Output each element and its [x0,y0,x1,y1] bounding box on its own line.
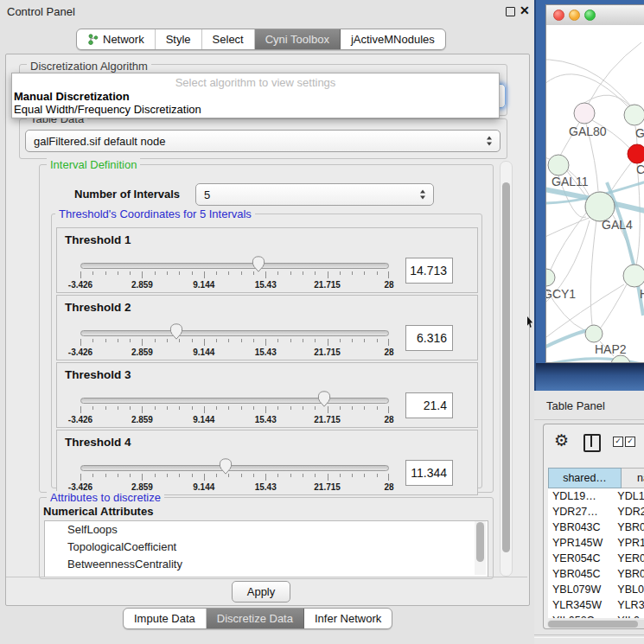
tick-label: 28 [384,415,393,424]
tick-label: -3.426 [68,280,92,290]
tick-label: 15.43 [255,280,277,290]
interval-definition-group: Interval Definition Number of Intervals … [39,164,494,493]
tick-label: 15.43 [255,415,277,424]
close-traffic-icon[interactable] [553,10,564,21]
table-panel-title: Table Panel [546,399,605,412]
tick-label: 21.715 [314,280,341,290]
column-header-name[interactable]: na [622,468,644,488]
threshold-value-field[interactable]: 11.344 [405,460,453,486]
tab-label: Discretize Data [217,612,293,625]
numerical-attributes-list[interactable]: SelfLoopsTopologicalCoefficientBetweenne… [44,520,488,577]
table-row[interactable]: YDR27…YDR2 [548,504,644,520]
apply-button[interactable]: Apply [232,581,290,603]
tab-infer-network[interactable]: Infer Network [304,609,392,628]
zoom-traffic-icon[interactable] [584,10,596,21]
threshold-value-field[interactable]: 6.316 [405,325,453,351]
tick-label: 2.859 [131,348,153,357]
group-label: Interval Definition [47,158,140,171]
popup-hint: Select algorithm to view settings [12,76,499,89]
tick-label: 28 [384,482,393,492]
list-item[interactable]: SelfLoops [45,521,488,539]
threshold-slider[interactable]: -3.4262.8599.14415.4321.71528 [80,330,389,358]
table-data-group: Table Data galFiltered.sif default node [19,118,507,159]
slider-thumb[interactable] [317,391,331,407]
tab-label: jActiveMNodules [351,33,435,46]
tab-label: Style [166,33,191,46]
tab-jactivemnodules[interactable]: jActiveMNodules [341,29,445,49]
table-row[interactable]: YBR043CYBR0 [548,520,644,535]
table-row[interactable]: YDL19…YDL1 [548,488,644,504]
scrollbar-thumb[interactable] [502,182,510,552]
tab-select[interactable]: Select [202,29,255,49]
slider-tick-labels: -3.4262.8599.14415.4321.71528 [80,280,389,290]
table-row[interactable]: YER054CYER0 [548,551,644,566]
column-header-shared-name[interactable]: shared… [548,468,622,488]
threshold-slider[interactable]: -3.4262.8599.14415.4321.71528 [80,263,389,290]
slider-track[interactable] [80,465,389,471]
threshold-value-field[interactable]: 21.4 [405,392,453,418]
tab-style[interactable]: Style [156,29,202,49]
slider-track[interactable] [80,263,389,269]
float-window-icon[interactable] [506,7,515,16]
network-canvas[interactable]: GAL80GCGAL11GAL4GCY1HHAP2 [546,25,644,362]
tab-impute-data[interactable]: Impute Data [124,609,207,628]
threshold-4-panel: Threshold 4 -3.4262.8599.14415.4321.7152… [56,430,478,495]
tab-label: Impute Data [134,612,195,625]
threshold-slider[interactable]: -3.4262.8599.14415.4321.71528 [80,398,389,425]
threshold-slider[interactable]: -3.4262.8599.14415.4321.71528 [80,465,389,493]
network-window-titlebar[interactable] [546,5,644,26]
table-row[interactable]: YIL052CYIL0 [548,613,644,618]
slider-track[interactable] [80,330,389,336]
table-hscrollbar[interactable] [547,620,644,628]
panel-scrollbar[interactable] [500,161,513,577]
number-of-intervals-value: 5 [204,188,210,201]
slider-tick-labels: -3.4262.8599.14415.4321.71528 [80,348,389,358]
table-data-combobox[interactable]: galFiltered.sif default node [25,130,501,152]
close-icon[interactable]: ✕ [520,3,530,17]
tick-label: 21.715 [314,348,341,357]
checkbox-icon[interactable]: ✓ [613,437,623,447]
table-row[interactable]: YLR345WYLR3 [548,597,644,613]
group-label: Attributes to discretize [47,491,164,504]
tick-label: 15.43 [255,482,277,492]
list-item[interactable]: TopologicalCoefficient [45,539,488,556]
svg-text:GAL4: GAL4 [602,218,633,232]
minimize-traffic-icon[interactable] [569,10,580,21]
svg-text:GAL11: GAL11 [552,175,589,188]
threshold-label: Threshold 2 [65,301,131,314]
tick-label: 21.715 [314,482,341,492]
threshold-label: Threshold 1 [65,233,131,246]
table-row[interactable]: YBR045CYBR0 [548,566,644,582]
checkbox-icon[interactable]: ✓ [625,437,635,447]
combo-arrows-icon [487,137,492,146]
table-row[interactable]: YBL079WYBL0 [548,582,644,597]
tab-network[interactable]: Network [77,29,156,49]
svg-text:HAP2: HAP2 [595,342,627,356]
table-rows: YDL19…YDL1YDR27…YDR2YBR043CYBR0YPR145WYP… [548,488,644,618]
tab-cyni-toolbox[interactable]: Cyni Toolbox [255,29,341,49]
tab-discretize-data[interactable]: Discretize Data [207,609,304,628]
slider-ticks [80,406,389,413]
slider-track[interactable] [80,398,389,404]
desktop-band [536,363,644,391]
table-row[interactable]: YPR145WYPR1 [548,535,644,551]
number-of-intervals-label: Number of Intervals [74,188,180,201]
list-item[interactable]: BetweennessCentrality [45,556,488,573]
slider-thumb[interactable] [169,323,183,340]
gear-icon[interactable]: ⚙ [554,431,569,450]
popup-option-equal-width-frequency[interactable]: Equal Width/Frequency Discretization [14,103,201,116]
combo-arrows-icon [420,190,425,200]
tick-label: -3.426 [68,415,92,424]
slider-thumb[interactable] [252,256,265,272]
list-scrollbar[interactable] [475,521,486,575]
window-title: Control Panel [7,5,75,18]
number-of-intervals-combobox[interactable]: 5 [195,183,434,206]
popup-option-manual-discretization[interactable]: Manual Discretization [14,90,130,103]
tick-label: 9.144 [193,280,214,290]
column-layout-icon[interactable] [583,434,601,452]
threshold-label: Threshold 3 [65,368,131,381]
network-icon [87,34,99,45]
threshold-value-field[interactable]: 14.713 [405,258,453,284]
slider-thumb[interactable] [219,458,233,475]
scrollbar-thumb[interactable] [548,621,638,628]
